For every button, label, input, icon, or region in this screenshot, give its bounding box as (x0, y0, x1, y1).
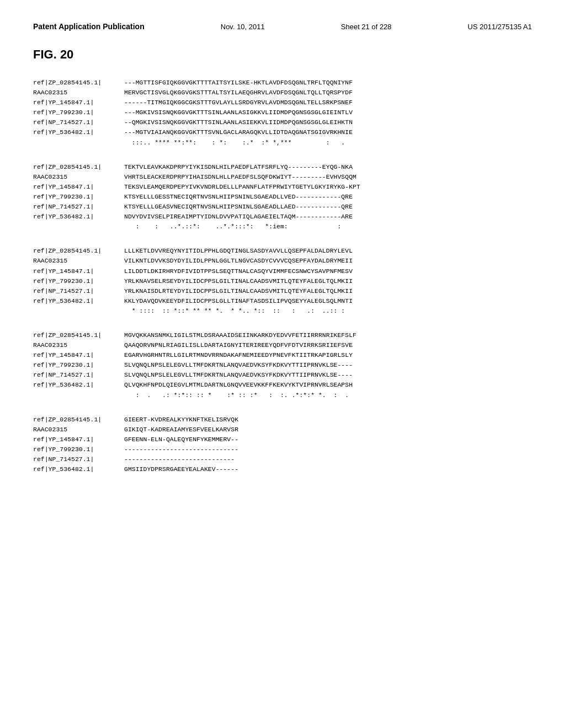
header-sheet: Sheet 21 of 228 (341, 23, 392, 31)
alignment-row: ref|NP_714527.1|--QMGKIVSISNQKGGVGKTTTSI… (33, 118, 532, 127)
alignment-container: ref|ZP_02854145.1|---MGTTISFGIQKGGVGKTTT… (33, 78, 532, 474)
row-sequence: KTSYELLLGESSTNECIQRTNVSNLHIIPSNINLSGAEAD… (124, 192, 353, 201)
row-label: ref|ZP_02854145.1| (33, 331, 124, 340)
row-sequence: ------------------------------ (124, 445, 238, 454)
row-label: ref|YP_536482.1| (33, 212, 124, 221)
row-sequence: VILKNTLDVVKSDYDYILIDLPPNLGGLTLNGVCASDYCV… (124, 256, 353, 265)
alignment-row: ref|YP_145847.1|GFEENN-ELN-QALEQYENFYKEM… (33, 435, 532, 444)
row-label: ref|YP_799230.1| (33, 445, 124, 454)
row-sequence: GFEENN-ELN-QALEQYENFYKEMMERV-- (124, 435, 238, 444)
row-sequence: TEKSVLEAMQERDPEPYIVKVNDRLDELLLPANNFLATFP… (124, 183, 360, 191)
alignment-row: RAAC02315VILKNTLDVVKSDYDYILIDLPPNLGGLTLN… (33, 256, 532, 265)
alignment-row: ref|YP_536482.1|GMSIIDYDPRSRGAEEYEALAKEV… (33, 465, 532, 474)
alignment-row: RAAC02315VHRTSLEACKERDPRPYIHAISDNLHLLPAE… (33, 173, 532, 181)
row-label: RAAC02315 (33, 88, 124, 97)
row-label: ref|YP_799230.1| (33, 361, 124, 370)
row-sequence: : . .: *:*:: :: * :* :: :* : :. .*:*:* *… (124, 391, 349, 400)
row-sequence: YRLKNAVSELRSEYDYILIDCPPSLGILTINALCAADSVM… (124, 277, 353, 286)
row-sequence: SLVQNQLNPSLELEGVLLTMFDKRTNLANQVAEDVKSYFK… (124, 371, 353, 379)
row-label: ref|NP_714527.1| (33, 287, 124, 296)
alignment-block-3: ref|ZP_02854145.1|LLLKETLDVVREQYNYITIDLP… (33, 247, 532, 315)
alignment-block-1: ref|ZP_02854145.1|---MGTTISFGIQKGGVGKTTT… (33, 78, 532, 147)
row-sequence: LILDDTLDKIRHRYDFIVIDTPPSLSEQTTNALCASQYVI… (124, 267, 353, 276)
alignment-row: ref|ZP_02854145.1|MGVQKKANSNMKLIGILSTMLD… (33, 331, 532, 340)
alignment-row: ref|YP_799230.1|SLVQNQLNPSLELEGVLLTMFDKR… (33, 361, 532, 370)
row-label: ref|YP_536482.1| (33, 128, 124, 137)
row-label: ref|YP_536482.1| (33, 297, 124, 306)
row-sequence: EGARVHGRHNTRLLGILRTMNDVRRNDAKAFNEMIEEDYP… (124, 351, 353, 360)
row-label: ref|YP_536482.1| (33, 381, 124, 389)
header-publication-label: Patent Application Publication (33, 22, 145, 31)
row-sequence: ---MGTVIAIANQKGGVGKTTTSVNLGACLARAGQKVLLI… (124, 128, 353, 137)
alignment-row: ref|ZP_02854145.1|GIEERT-KVDREALKYYKNFTK… (33, 415, 532, 424)
row-label: RAAC02315 (33, 173, 124, 181)
alignment-row: ref|NP_714527.1|YRLKNAISDLRTEYDYILIDCPPS… (33, 287, 532, 296)
row-sequence: MGVQKKANSNMKLIGILSTMLDSRAAAIDSEIINKARKDY… (124, 331, 356, 340)
alignment-row: ref|YP_536482.1|QLVQKHFNPDLQIEGVLMTMLDAR… (33, 381, 532, 389)
row-label: ref|YP_799230.1| (33, 277, 124, 286)
alignment-block-4: ref|ZP_02854145.1|MGVQKKANSNMKLIGILSTMLD… (33, 331, 532, 400)
row-sequence: : : ..*.::*: ..*.*:::*: *:iem: : (124, 222, 341, 231)
alignment-row: RAAC02315MERVGCTISVGLQKGGVGKSTTTALTSYILA… (33, 88, 532, 97)
row-sequence: :::.. **** **:**: : *: :.* :* *,*** : . (124, 138, 345, 147)
page: Patent Application Publication Nov. 10, … (0, 0, 565, 728)
alignment-row: ref|NP_714527.1|SLVQNQLNPSLELEGVLLTMFDKR… (33, 371, 532, 379)
row-label: RAAC02315 (33, 256, 124, 265)
row-label: ref|NP_714527.1| (33, 371, 124, 379)
row-label: RAAC02315 (33, 425, 124, 434)
alignment-row: : : ..*.::*: ..*.*:::*: *:iem: : (33, 222, 532, 231)
row-label: ref|YP_145847.1| (33, 98, 124, 107)
row-label: ref|YP_536482.1| (33, 465, 124, 474)
row-sequence: ---MGTTISFGIQKGGVGKTTTTAITSYILSKE-HKTLAV… (124, 78, 353, 87)
alignment-row: ref|YP_536482.1|---MGTVIAIANQKGGVGKTTTSV… (33, 128, 532, 137)
alignment-row: ref|YP_799230.1|------------------------… (33, 445, 532, 454)
row-sequence: NDVYDVIVSELPIREAIMPTYIDNLDVVPATIQLAGAEIE… (124, 212, 353, 221)
alignment-row: ref|YP_145847.1|LILDDTLDKIRHRYDFIVIDTPPS… (33, 267, 532, 276)
alignment-row: :::.. **** **:**: : *: :.* :* *,*** : . (33, 138, 532, 147)
alignment-row: RAAC02315QAAQORVNPNLRIAGILISLLDARTAIGNYI… (33, 341, 532, 350)
row-sequence: ------TITMGIQKGGCGKSTTTGVLAYLLSRDGYRVLAV… (124, 98, 353, 107)
row-sequence: GIEERT-KVDREALKYYKNFTKELISRVQK (124, 415, 238, 424)
row-sequence: MERVGCTISVGLQKGGVGKSTTTALTSYILAEQGHRVLAV… (124, 88, 353, 97)
figure-title: FIG. 20 (33, 47, 532, 62)
alignment-block-5: ref|ZP_02854145.1|GIEERT-KVDREALKYYKNFTK… (33, 415, 532, 474)
alignment-row: ref|YP_799230.1|YRLKNAVSELRSEYDYILIDCPPS… (33, 277, 532, 286)
alignment-row: ref|NP_714527.1|------------------------… (33, 455, 532, 464)
alignment-row: ref|YP_536482.1|NDVYDVIVSELPIREAIMPTYIDN… (33, 212, 532, 221)
header-date: Nov. 10, 2011 (221, 23, 265, 31)
row-sequence: QLVQKHFNPDLQIEGVLMTMLDARTNLGNQVVEEVKKFFK… (124, 381, 353, 389)
row-label: ref|YP_799230.1| (33, 192, 124, 201)
alignment-row: * :::: :: *::* ** ** *. * *.. *:: :: : .… (33, 307, 532, 315)
row-label: ref|YP_145847.1| (33, 351, 124, 360)
alignment-row: ref|ZP_02854145.1|TEKTVLEAVKAKDPRPYIYKIS… (33, 163, 532, 172)
alignment-row: ref|NP_714527.1|KTSYELLLGEASVNECIQRTNVSN… (33, 202, 532, 211)
row-sequence: ---MGKIVSISNQKGGVGKTTTSINLAANLASIGKKVLII… (124, 108, 353, 117)
row-label: ref|YP_145847.1| (33, 183, 124, 191)
row-label: ref|ZP_02854145.1| (33, 78, 124, 87)
row-sequence: --QMGKIVSISNQKGGVGKTTTSINLAANLASIEKKVLII… (124, 118, 353, 127)
row-sequence: QAAQORVNPNLRIAGILISLLDARTAIGNYITERIREEYQ… (124, 341, 353, 350)
row-label: ref|YP_799230.1| (33, 108, 124, 117)
row-sequence: LLLKETLDVVREQYNYITIDLPPHLGDQTINGLSASDYAV… (124, 247, 353, 255)
row-label: ref|ZP_02854145.1| (33, 163, 124, 172)
row-label: ref|NP_714527.1| (33, 202, 124, 211)
row-sequence: KKLYDAVQDVKEEYDFILIDCPPSLGLLTINAFTASDSIL… (124, 297, 353, 306)
row-sequence: ----------------------------- (124, 455, 234, 464)
row-sequence: KTSYELLLGEASVNECIQRTNVSNLHIIPSNINLSGAEAD… (124, 202, 353, 211)
alignment-row: ref|YP_145847.1|TEKSVLEAMQERDPEPYIVKVNDR… (33, 183, 532, 191)
alignment-row: ref|YP_145847.1|EGARVHGRHNTRLLGILRTMNDVR… (33, 351, 532, 360)
row-label: ref|YP_145847.1| (33, 267, 124, 276)
alignment-row: RAAC02315GIKIQT-KADREAIAMYESFVEELKARVSR (33, 425, 532, 434)
alignment-row: : . .: *:*:: :: * :* :: :* : :. .*:*:* *… (33, 391, 532, 400)
alignment-block-2: ref|ZP_02854145.1|TEKTVLEAVKAKDPRPYIYKIS… (33, 163, 532, 232)
alignment-row: ref|ZP_02854145.1|LLLKETLDVVREQYNYITIDLP… (33, 247, 532, 255)
row-sequence: VHRTSLEACKERDPRPYIHAISDNLHLLPAEDFSLSQFDK… (124, 173, 356, 181)
row-sequence: SLVQNQLNPSLELEGVLLTMFDKRTNLANQVAEDVKSYFK… (124, 361, 353, 370)
row-sequence: GMSIIDYDPRSRGAEEYEALAKEV------ (124, 465, 238, 474)
alignment-row: ref|YP_145847.1|------TITMGIQKGGCGKSTTTG… (33, 98, 532, 107)
row-label: RAAC02315 (33, 341, 124, 350)
row-label: ref|ZP_02854145.1| (33, 415, 124, 424)
row-sequence: YRLKNAISDLRTEYDYILIDCPPSLGILTINALCAADSVM… (124, 287, 353, 296)
row-label: ref|NP_714527.1| (33, 455, 124, 464)
row-sequence: GIKIQT-KADREAIAMYESFVEELKARVSR (124, 425, 238, 434)
